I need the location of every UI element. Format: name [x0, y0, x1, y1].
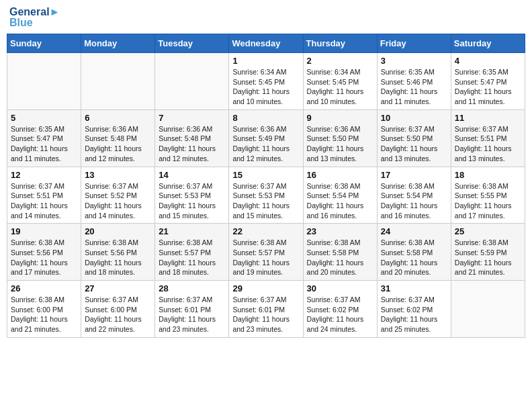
- day-cell: 30Sunrise: 6:37 AM Sunset: 6:02 PM Dayli…: [303, 281, 377, 338]
- header-tuesday: Tuesday: [155, 34, 229, 53]
- day-cell: [155, 53, 229, 110]
- day-info: Sunrise: 6:36 AM Sunset: 5:48 PM Dayligh…: [159, 124, 225, 164]
- day-info: Sunrise: 6:36 AM Sunset: 5:48 PM Dayligh…: [85, 124, 151, 164]
- week-row-4: 19Sunrise: 6:38 AM Sunset: 5:56 PM Dayli…: [7, 224, 525, 281]
- day-cell: 4Sunrise: 6:35 AM Sunset: 5:47 PM Daylig…: [451, 53, 525, 110]
- day-number: 18: [455, 170, 521, 180]
- day-number: 21: [159, 226, 225, 236]
- day-cell: 11Sunrise: 6:37 AM Sunset: 5:51 PM Dayli…: [451, 109, 525, 167]
- day-info: Sunrise: 6:37 AM Sunset: 5:53 PM Dayligh…: [159, 181, 225, 221]
- day-number: 27: [85, 283, 151, 293]
- week-row-5: 26Sunrise: 6:38 AM Sunset: 6:00 PM Dayli…: [7, 281, 525, 338]
- day-cell: 3Sunrise: 6:35 AM Sunset: 5:46 PM Daylig…: [377, 53, 451, 110]
- day-number: 31: [381, 283, 447, 293]
- day-cell: 14Sunrise: 6:37 AM Sunset: 5:53 PM Dayli…: [155, 167, 229, 224]
- day-cell: 22Sunrise: 6:38 AM Sunset: 5:57 PM Dayli…: [229, 224, 303, 281]
- day-number: 20: [85, 226, 151, 236]
- day-cell: [81, 53, 155, 110]
- day-number: 29: [232, 283, 299, 293]
- day-number: 3: [381, 56, 447, 66]
- day-info: Sunrise: 6:38 AM Sunset: 5:54 PM Dayligh…: [307, 181, 373, 221]
- day-number: 12: [11, 170, 77, 180]
- day-info: Sunrise: 6:36 AM Sunset: 5:49 PM Dayligh…: [232, 124, 299, 164]
- day-number: 16: [307, 170, 373, 180]
- day-number: 30: [307, 283, 373, 293]
- day-number: 11: [455, 113, 521, 123]
- day-info: Sunrise: 6:37 AM Sunset: 6:01 PM Dayligh…: [232, 295, 299, 334]
- page-header: General► Blue: [7, 7, 525, 28]
- day-info: Sunrise: 6:38 AM Sunset: 6:00 PM Dayligh…: [11, 295, 77, 334]
- day-info: Sunrise: 6:35 AM Sunset: 5:47 PM Dayligh…: [455, 67, 521, 107]
- day-info: Sunrise: 6:34 AM Sunset: 5:45 PM Dayligh…: [307, 67, 373, 107]
- day-number: 4: [455, 56, 521, 66]
- day-number: 8: [232, 113, 299, 123]
- day-info: Sunrise: 6:38 AM Sunset: 5:56 PM Dayligh…: [85, 238, 151, 277]
- day-info: Sunrise: 6:36 AM Sunset: 5:50 PM Dayligh…: [307, 124, 373, 164]
- day-number: 5: [11, 113, 77, 123]
- day-info: Sunrise: 6:38 AM Sunset: 5:57 PM Dayligh…: [232, 238, 299, 277]
- day-cell: 26Sunrise: 6:38 AM Sunset: 6:00 PM Dayli…: [7, 281, 81, 338]
- day-cell: 28Sunrise: 6:37 AM Sunset: 6:01 PM Dayli…: [155, 281, 229, 338]
- day-cell: 23Sunrise: 6:38 AM Sunset: 5:58 PM Dayli…: [303, 224, 377, 281]
- day-info: Sunrise: 6:38 AM Sunset: 5:58 PM Dayligh…: [307, 238, 373, 277]
- day-cell: 15Sunrise: 6:37 AM Sunset: 5:53 PM Dayli…: [229, 167, 303, 224]
- day-cell: 13Sunrise: 6:37 AM Sunset: 5:52 PM Dayli…: [81, 167, 155, 224]
- header-wednesday: Wednesday: [229, 34, 303, 53]
- day-number: 25: [455, 226, 521, 236]
- day-number: 1: [232, 56, 299, 66]
- day-info: Sunrise: 6:38 AM Sunset: 5:55 PM Dayligh…: [455, 181, 521, 221]
- day-info: Sunrise: 6:37 AM Sunset: 5:50 PM Dayligh…: [381, 124, 447, 164]
- header-row: SundayMondayTuesdayWednesdayThursdayFrid…: [7, 34, 525, 53]
- day-cell: [7, 53, 81, 110]
- day-info: Sunrise: 6:35 AM Sunset: 5:46 PM Dayligh…: [381, 67, 447, 107]
- day-info: Sunrise: 6:37 AM Sunset: 6:02 PM Dayligh…: [307, 295, 373, 334]
- day-cell: 27Sunrise: 6:37 AM Sunset: 6:00 PM Dayli…: [81, 281, 155, 338]
- day-cell: 8Sunrise: 6:36 AM Sunset: 5:49 PM Daylig…: [229, 109, 303, 167]
- day-cell: 16Sunrise: 6:38 AM Sunset: 5:54 PM Dayli…: [303, 167, 377, 224]
- day-cell: 31Sunrise: 6:37 AM Sunset: 6:02 PM Dayli…: [377, 281, 451, 338]
- day-number: 9: [307, 113, 373, 123]
- header-sunday: Sunday: [7, 34, 81, 53]
- day-number: 13: [85, 170, 151, 180]
- day-cell: 24Sunrise: 6:38 AM Sunset: 5:58 PM Dayli…: [377, 224, 451, 281]
- day-cell: 2Sunrise: 6:34 AM Sunset: 5:45 PM Daylig…: [303, 53, 377, 110]
- day-info: Sunrise: 6:37 AM Sunset: 5:52 PM Dayligh…: [85, 181, 151, 221]
- day-number: 26: [11, 283, 77, 293]
- day-number: 6: [85, 113, 151, 123]
- logo: General► Blue: [9, 7, 60, 28]
- day-cell: 17Sunrise: 6:38 AM Sunset: 5:54 PM Dayli…: [377, 167, 451, 224]
- day-number: 23: [307, 226, 373, 236]
- day-number: 22: [232, 226, 299, 236]
- day-info: Sunrise: 6:38 AM Sunset: 5:58 PM Dayligh…: [381, 238, 447, 277]
- header-saturday: Saturday: [451, 34, 525, 53]
- day-number: 19: [11, 226, 77, 236]
- day-cell: 6Sunrise: 6:36 AM Sunset: 5:48 PM Daylig…: [81, 109, 155, 167]
- day-cell: 19Sunrise: 6:38 AM Sunset: 5:56 PM Dayli…: [7, 224, 81, 281]
- day-number: 7: [159, 113, 225, 123]
- day-number: 10: [381, 113, 447, 123]
- day-number: 28: [159, 283, 225, 293]
- day-cell: 1Sunrise: 6:34 AM Sunset: 5:45 PM Daylig…: [229, 53, 303, 110]
- day-number: 2: [307, 56, 373, 66]
- day-number: 17: [381, 170, 447, 180]
- week-row-3: 12Sunrise: 6:37 AM Sunset: 5:51 PM Dayli…: [7, 167, 525, 224]
- header-monday: Monday: [81, 34, 155, 53]
- day-cell: 29Sunrise: 6:37 AM Sunset: 6:01 PM Dayli…: [229, 281, 303, 338]
- day-cell: 21Sunrise: 6:38 AM Sunset: 5:57 PM Dayli…: [155, 224, 229, 281]
- header-friday: Friday: [377, 34, 451, 53]
- day-info: Sunrise: 6:34 AM Sunset: 5:45 PM Dayligh…: [232, 67, 299, 107]
- day-cell: 5Sunrise: 6:35 AM Sunset: 5:47 PM Daylig…: [7, 109, 81, 167]
- day-info: Sunrise: 6:37 AM Sunset: 6:00 PM Dayligh…: [85, 295, 151, 334]
- day-cell: 20Sunrise: 6:38 AM Sunset: 5:56 PM Dayli…: [81, 224, 155, 281]
- day-cell: 18Sunrise: 6:38 AM Sunset: 5:55 PM Dayli…: [451, 167, 525, 224]
- day-info: Sunrise: 6:38 AM Sunset: 5:59 PM Dayligh…: [455, 238, 521, 277]
- day-cell: 9Sunrise: 6:36 AM Sunset: 5:50 PM Daylig…: [303, 109, 377, 167]
- week-row-2: 5Sunrise: 6:35 AM Sunset: 5:47 PM Daylig…: [7, 109, 525, 167]
- day-info: Sunrise: 6:37 AM Sunset: 5:51 PM Dayligh…: [455, 124, 521, 164]
- calendar: SundayMondayTuesdayWednesdayThursdayFrid…: [7, 34, 525, 338]
- day-info: Sunrise: 6:35 AM Sunset: 5:47 PM Dayligh…: [11, 124, 77, 164]
- day-cell: [451, 281, 525, 338]
- day-number: 15: [232, 170, 299, 180]
- day-info: Sunrise: 6:38 AM Sunset: 5:54 PM Dayligh…: [381, 181, 447, 221]
- day-info: Sunrise: 6:37 AM Sunset: 6:02 PM Dayligh…: [381, 295, 447, 334]
